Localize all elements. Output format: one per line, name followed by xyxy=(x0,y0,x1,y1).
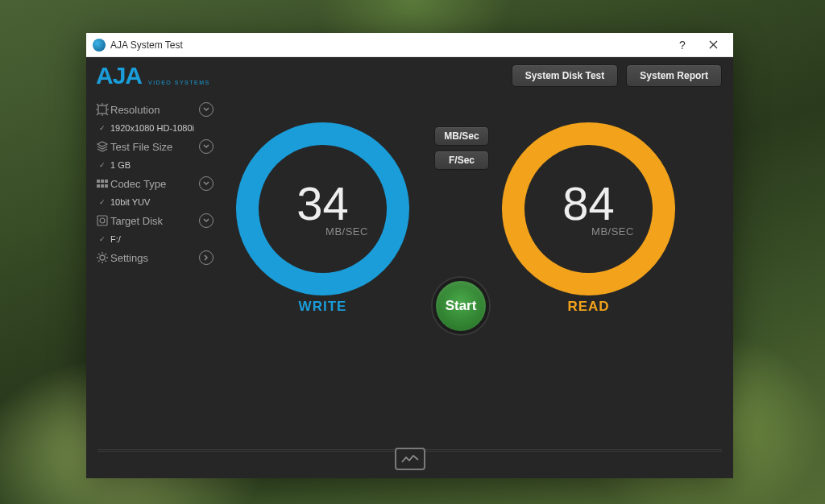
file-size-value-row: ✓ 1 GB xyxy=(94,157,222,173)
write-value: 34 xyxy=(296,180,349,227)
sidebar-item-label: Resolution xyxy=(110,104,199,116)
svg-rect-2 xyxy=(101,180,104,183)
unit-f-sec-button[interactable]: F/Sec xyxy=(434,151,489,170)
svg-rect-1 xyxy=(97,180,100,183)
resolution-value: 1920x1080 HD-1080i xyxy=(110,123,194,133)
body: Resolution ✓ 1920x1080 HD-1080i Test xyxy=(86,94,733,440)
codec-icon xyxy=(94,177,110,190)
titlebar: AJA System Test ? xyxy=(86,33,733,57)
sidebar: Resolution ✓ 1920x1080 HD-1080i Test xyxy=(86,94,222,440)
chevron-down-icon xyxy=(199,102,214,117)
write-gauge: 34 MB/SEC xyxy=(236,122,409,295)
check-icon: ✓ xyxy=(99,198,110,206)
chevron-right-icon xyxy=(199,250,214,265)
svg-rect-6 xyxy=(105,184,108,188)
graph-toggle-button[interactable] xyxy=(395,448,425,470)
sidebar-item-label: Settings xyxy=(110,252,199,264)
sidebar-item-codec[interactable]: Codec Type xyxy=(94,173,222,194)
app-window: AJA System Test ? AJA VIDEO SYSTEMS Syst… xyxy=(86,33,733,478)
svg-rect-7 xyxy=(97,216,107,225)
check-icon: ✓ xyxy=(99,161,110,169)
chevron-down-icon xyxy=(199,139,214,154)
tab-system-report[interactable]: System Report xyxy=(626,64,722,87)
desktop-background: AJA System Test ? AJA VIDEO SYSTEMS Syst… xyxy=(0,0,825,504)
tab-system-disk-test[interactable]: System Disk Test xyxy=(512,64,619,87)
check-icon: ✓ xyxy=(99,124,110,132)
gauges: 34 MB/SEC WRITE 84 MB/SEC RE xyxy=(222,102,733,320)
svg-rect-0 xyxy=(98,105,106,114)
chevron-down-icon xyxy=(199,176,214,191)
graph-icon xyxy=(401,453,419,465)
write-label: WRITE xyxy=(236,299,409,315)
sidebar-item-label: Codec Type xyxy=(110,178,199,190)
main-area: 34 MB/SEC WRITE 84 MB/SEC RE xyxy=(222,94,733,440)
codec-value: 10bit YUV xyxy=(110,197,150,207)
write-unit: MB/SEC xyxy=(325,225,368,238)
close-icon xyxy=(709,40,718,49)
target-disk-value: F:/ xyxy=(110,234,121,244)
brand-name: AJA xyxy=(96,62,142,89)
unit-toggle: MB/Sec F/Sec xyxy=(434,126,491,175)
client-area: AJA VIDEO SYSTEMS System Disk Test Syste… xyxy=(86,57,733,478)
resolution-icon xyxy=(94,103,110,116)
unit-mb-sec-button[interactable]: MB/Sec xyxy=(434,126,489,146)
sidebar-item-file-size[interactable]: Test File Size xyxy=(94,136,222,157)
start-button[interactable]: Start xyxy=(433,278,489,334)
read-label: READ xyxy=(502,299,675,315)
sidebar-item-label: Target Disk xyxy=(110,215,199,227)
svg-point-9 xyxy=(100,255,105,260)
codec-value-row: ✓ 10bit YUV xyxy=(94,194,222,210)
svg-rect-4 xyxy=(97,184,100,188)
target-disk-value-row: ✓ F:/ xyxy=(94,231,222,247)
resolution-value-row: ✓ 1920x1080 HD-1080i xyxy=(94,120,222,136)
read-gauge: 84 MB/SEC xyxy=(502,122,675,295)
topbar: AJA VIDEO SYSTEMS System Disk Test Syste… xyxy=(86,57,733,94)
sidebar-item-target-disk[interactable]: Target Disk xyxy=(94,210,222,231)
svg-rect-5 xyxy=(101,184,104,188)
layers-icon xyxy=(94,140,110,153)
svg-rect-3 xyxy=(105,180,108,183)
read-unit: MB/SEC xyxy=(591,225,634,238)
app-icon xyxy=(93,39,106,52)
disk-icon xyxy=(94,214,110,227)
close-button[interactable] xyxy=(698,34,728,56)
brand-subtitle: VIDEO SYSTEMS xyxy=(148,80,210,85)
brand-logo: AJA VIDEO SYSTEMS xyxy=(96,62,210,89)
sidebar-item-label: Test File Size xyxy=(110,141,199,153)
sidebar-item-resolution[interactable]: Resolution xyxy=(94,99,222,120)
footer xyxy=(86,440,733,478)
svg-point-8 xyxy=(100,218,105,223)
start-label: Start xyxy=(446,298,477,314)
read-value: 84 xyxy=(562,180,615,227)
gear-icon xyxy=(94,251,110,264)
help-button[interactable]: ? xyxy=(667,34,698,56)
file-size-value: 1 GB xyxy=(110,160,131,170)
sidebar-item-settings[interactable]: Settings xyxy=(94,247,222,268)
window-title: AJA System Test xyxy=(110,39,183,51)
check-icon: ✓ xyxy=(99,235,110,243)
chevron-down-icon xyxy=(199,213,214,228)
